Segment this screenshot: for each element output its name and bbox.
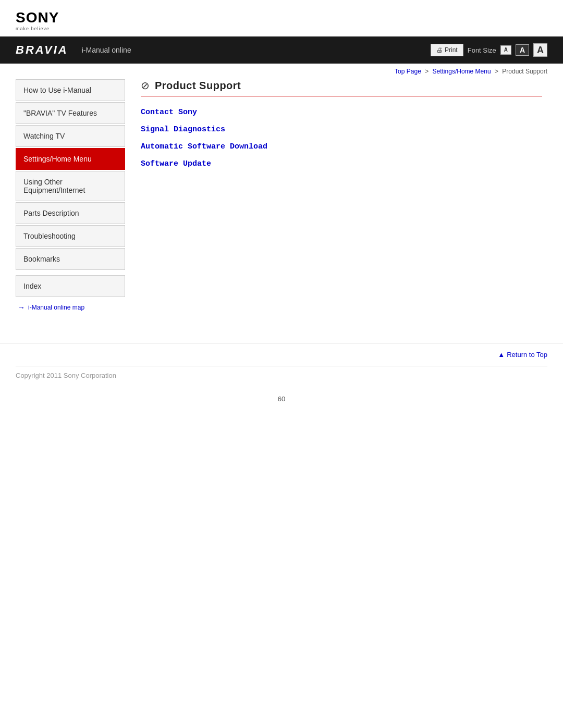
- product-support-icon: ⊘: [141, 79, 150, 92]
- bravia-logo: BRAVIA: [16, 43, 68, 57]
- copyright-text: Copyright 2011 Sony Corporation: [16, 372, 116, 379]
- return-to-top-bar: ▲ Return to Top: [0, 343, 563, 366]
- sidebar-item-how-to-use[interactable]: How to Use i-Manual: [16, 79, 125, 101]
- sony-tagline: make.believe: [16, 26, 547, 31]
- list-item-automatic-software-download: Automatic Software Download: [141, 141, 542, 151]
- sidebar: How to Use i-Manual "BRAVIA" TV Features…: [16, 79, 125, 312]
- sony-logo: SONY: [16, 9, 547, 26]
- signal-diagnostics-link[interactable]: Signal Diagnostics: [141, 125, 225, 134]
- breadcrumb-sep1: >: [425, 68, 429, 75]
- breadcrumb: Top Page > Settings/Home Menu > Product …: [0, 64, 563, 79]
- breadcrumb-current: Product Support: [502, 68, 547, 75]
- contact-sony-link[interactable]: Contact Sony: [141, 108, 197, 117]
- top-bar: BRAVIA i-Manual online 🖨 Print Font Size…: [0, 36, 563, 64]
- font-small-button[interactable]: A: [500, 45, 511, 55]
- software-update-link[interactable]: Software Update: [141, 159, 211, 168]
- sidebar-item-settings-home[interactable]: Settings/Home Menu: [16, 148, 125, 170]
- top-bar-left: BRAVIA i-Manual online: [16, 43, 131, 57]
- sidebar-item-troubleshooting[interactable]: Troubleshooting: [16, 225, 125, 247]
- automatic-software-download-link[interactable]: Automatic Software Download: [141, 142, 267, 151]
- page-heading: ⊘ Product Support: [141, 79, 542, 96]
- font-size-label: Font Size: [468, 46, 496, 54]
- sidebar-item-using-other[interactable]: Using Other Equipment/Internet: [16, 171, 125, 201]
- font-medium-button[interactable]: A: [516, 44, 529, 56]
- breadcrumb-top-page[interactable]: Top Page: [395, 68, 421, 75]
- imanual-map-label: i-Manual online map: [28, 304, 84, 311]
- triangle-up-icon: ▲: [498, 351, 505, 359]
- return-to-top-link[interactable]: ▲ Return to Top: [498, 351, 547, 359]
- print-icon: 🖨: [436, 46, 443, 54]
- sidebar-item-watching-tv[interactable]: Watching TV: [16, 125, 125, 147]
- sidebar-item-bookmarks[interactable]: Bookmarks: [16, 248, 125, 270]
- breadcrumb-sep2: >: [495, 68, 498, 75]
- content-links: Contact Sony Signal Diagnostics Automati…: [141, 107, 542, 168]
- return-to-top-label: Return to Top: [507, 351, 547, 359]
- sidebar-item-index[interactable]: Index: [16, 275, 125, 297]
- content-area: ⊘ Product Support Contact Sony Signal Di…: [136, 79, 547, 312]
- print-label: Print: [445, 46, 458, 54]
- page-title: Product Support: [155, 80, 241, 92]
- sidebar-item-bravia-features[interactable]: "BRAVIA" TV Features: [16, 102, 125, 124]
- list-item-contact-sony: Contact Sony: [141, 107, 542, 117]
- font-large-button[interactable]: A: [533, 43, 547, 57]
- list-item-signal-diagnostics: Signal Diagnostics: [141, 124, 542, 134]
- imanual-title: i-Manual online: [82, 46, 131, 54]
- arrow-right-icon: →: [18, 303, 25, 312]
- page-number: 60: [0, 390, 563, 413]
- list-item-software-update: Software Update: [141, 158, 542, 168]
- breadcrumb-settings[interactable]: Settings/Home Menu: [433, 68, 491, 75]
- footer: Copyright 2011 Sony Corporation: [0, 366, 563, 390]
- imanual-map-link[interactable]: → i-Manual online map: [16, 303, 125, 312]
- print-button[interactable]: 🖨 Print: [431, 44, 463, 56]
- sidebar-item-parts-description[interactable]: Parts Description: [16, 202, 125, 224]
- logo-area: SONY make.believe: [0, 0, 563, 36]
- main-layout: How to Use i-Manual "BRAVIA" TV Features…: [0, 79, 563, 327]
- top-bar-right: 🖨 Print Font Size A A A: [431, 43, 547, 57]
